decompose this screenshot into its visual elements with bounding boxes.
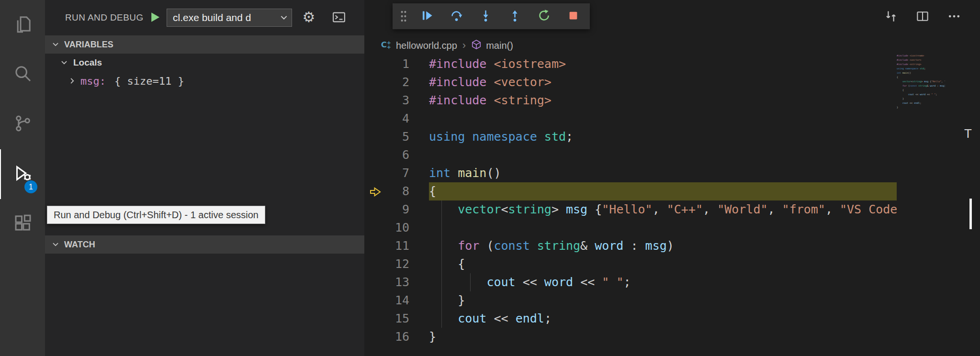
line-number: 7 bbox=[402, 164, 409, 182]
line-number: 15 bbox=[395, 310, 409, 328]
breadcrumb-file[interactable]: helloworld.cpp bbox=[396, 40, 457, 51]
activity-item-extensions[interactable] bbox=[0, 199, 45, 249]
start-debugging-button[interactable] bbox=[146, 9, 164, 26]
line-number: 12 bbox=[395, 255, 409, 273]
svg-text:+: + bbox=[387, 44, 391, 50]
chevron-down-icon bbox=[51, 40, 60, 49]
code-line-15[interactable]: 15 cout << endl; bbox=[364, 310, 897, 328]
sidebar-header: RUN AND DEBUG cl.exe build and d ⚙ bbox=[45, 0, 364, 35]
gutter[interactable]: 15 bbox=[364, 310, 429, 328]
debug-toolbar bbox=[393, 3, 590, 29]
variable-row-msg[interactable]: msg: { size=11 } bbox=[45, 72, 364, 90]
code-line-2[interactable]: 2#include <vector> bbox=[364, 73, 897, 91]
line-content: cout << word << " "; bbox=[429, 273, 897, 291]
line-number: 10 bbox=[395, 219, 409, 237]
clipped-letter: T bbox=[964, 126, 972, 141]
code-line-7[interactable]: 7int main() bbox=[364, 164, 897, 182]
chevron-down-icon bbox=[279, 13, 289, 25]
line-content: { bbox=[429, 255, 897, 273]
line-content: int main() bbox=[429, 164, 897, 182]
watch-section-header[interactable]: WATCH bbox=[45, 235, 364, 254]
activity-item-run-and-debug[interactable]: 1 bbox=[0, 149, 45, 199]
debug-settings-gear-button[interactable]: ⚙ bbox=[300, 8, 318, 26]
gutter[interactable]: 12 bbox=[364, 255, 429, 273]
gutter[interactable]: 3 bbox=[364, 91, 429, 110]
gutter[interactable]: 10 bbox=[364, 219, 429, 237]
gutter[interactable]: 9 bbox=[364, 200, 429, 219]
minimap[interactable]: #include <iostream>#include <vector>#inc… bbox=[897, 54, 945, 135]
gutter[interactable]: 2 bbox=[364, 73, 429, 91]
gutter[interactable]: 14 bbox=[364, 291, 429, 310]
debug-step-into-icon bbox=[479, 9, 492, 23]
breadcrumb-separator-icon: › bbox=[462, 39, 467, 52]
line-content: cout << endl; bbox=[429, 310, 897, 328]
line-number: 6 bbox=[402, 146, 409, 164]
gutter[interactable]: 5 bbox=[364, 128, 429, 146]
ellipsis-icon bbox=[947, 9, 961, 25]
breadcrumb-symbol[interactable]: main() bbox=[486, 40, 513, 51]
activity-item-explorer[interactable] bbox=[0, 0, 45, 50]
code-line-10[interactable]: 10 bbox=[364, 219, 897, 237]
code-line-12[interactable]: 12 { bbox=[364, 255, 897, 273]
step-into-button[interactable] bbox=[474, 5, 496, 27]
debug-console-button[interactable] bbox=[330, 9, 348, 27]
stop-button[interactable] bbox=[562, 5, 584, 27]
code-line-1[interactable]: 1#include <iostream> bbox=[364, 55, 897, 73]
activity-item-source-control[interactable] bbox=[0, 100, 45, 149]
gutter[interactable]: 11 bbox=[364, 237, 429, 255]
code-line-16[interactable]: 16} bbox=[364, 328, 897, 346]
line-number: 9 bbox=[402, 200, 409, 219]
line-number: 11 bbox=[395, 237, 409, 255]
sidebar-title: RUN AND DEBUG bbox=[65, 12, 144, 23]
gutter[interactable]: 1 bbox=[364, 55, 429, 73]
code-line-5[interactable]: 5using namespace std; bbox=[364, 128, 897, 146]
continue-button[interactable] bbox=[416, 5, 438, 27]
gutter[interactable]: 7 bbox=[364, 164, 429, 182]
text-cursor bbox=[969, 199, 972, 229]
code-line-9[interactable]: 9 vector<string> msg {"Hello", "C++", "W… bbox=[364, 200, 897, 219]
step-out-button[interactable] bbox=[504, 5, 526, 27]
split-editor-button[interactable] bbox=[912, 6, 933, 27]
code-line-3[interactable]: 3#include <string> bbox=[364, 91, 897, 110]
locals-label: Locals bbox=[73, 57, 102, 68]
line-number: 16 bbox=[395, 328, 409, 346]
watch-section-label: WATCH bbox=[64, 240, 95, 250]
code-line-4[interactable]: 4 bbox=[364, 110, 897, 128]
toolbar-drag-handle-icon[interactable] bbox=[398, 5, 409, 27]
run-and-debug-sidebar: RUN AND DEBUG cl.exe build and d ⚙ bbox=[45, 0, 364, 356]
line-content: #include <vector> bbox=[429, 73, 897, 91]
line-content: } bbox=[429, 328, 897, 346]
line-content bbox=[429, 219, 897, 237]
step-over-button[interactable] bbox=[445, 5, 467, 27]
debug-step-out-icon bbox=[508, 9, 521, 23]
cpp-file-icon: C++ bbox=[380, 39, 392, 53]
gutter[interactable]: 13 bbox=[364, 273, 429, 291]
gutter[interactable]: 6 bbox=[364, 146, 429, 164]
variables-section-header[interactable]: VARIABLES bbox=[45, 35, 364, 54]
gutter[interactable]: 8 bbox=[364, 182, 429, 200]
debug-config-dropdown[interactable]: cl.exe build and d bbox=[167, 9, 292, 27]
gutter[interactable]: 4 bbox=[364, 110, 429, 128]
line-number: 13 bbox=[395, 273, 409, 291]
activity-item-search[interactable] bbox=[0, 50, 45, 100]
code-line-6[interactable]: 6 bbox=[364, 146, 897, 164]
code-line-13[interactable]: 13 cout << word << " "; bbox=[364, 273, 897, 291]
breadcrumb: C++ helloworld.cpp › main() bbox=[364, 37, 513, 54]
line-content: vector<string> msg {"Hello", "C++", "Wor… bbox=[429, 200, 897, 219]
variable-value: { size=11 } bbox=[114, 75, 184, 87]
gutter[interactable]: 16 bbox=[364, 328, 429, 346]
code-line-11[interactable]: 11 for (const string& word : msg) bbox=[364, 237, 897, 255]
vscode-window: 1 RUN AND DEBUG cl.exe build and d ⚙ bbox=[0, 0, 980, 356]
line-content: } bbox=[429, 291, 897, 310]
restart-button[interactable] bbox=[533, 5, 555, 27]
more-actions-button[interactable] bbox=[944, 6, 965, 27]
code-lines: 1#include <iostream>2#include <vector>3#… bbox=[364, 55, 897, 346]
chevron-down-icon bbox=[60, 58, 68, 67]
indent-guide bbox=[441, 219, 442, 237]
code-line-14[interactable]: 14 } bbox=[364, 291, 897, 310]
line-content: #include <iostream> bbox=[429, 55, 897, 73]
open-changes-button[interactable] bbox=[880, 6, 901, 27]
locals-scope-row[interactable]: Locals bbox=[45, 54, 364, 72]
split-editor-icon bbox=[915, 9, 930, 25]
code-line-8[interactable]: 8{ bbox=[364, 182, 897, 200]
